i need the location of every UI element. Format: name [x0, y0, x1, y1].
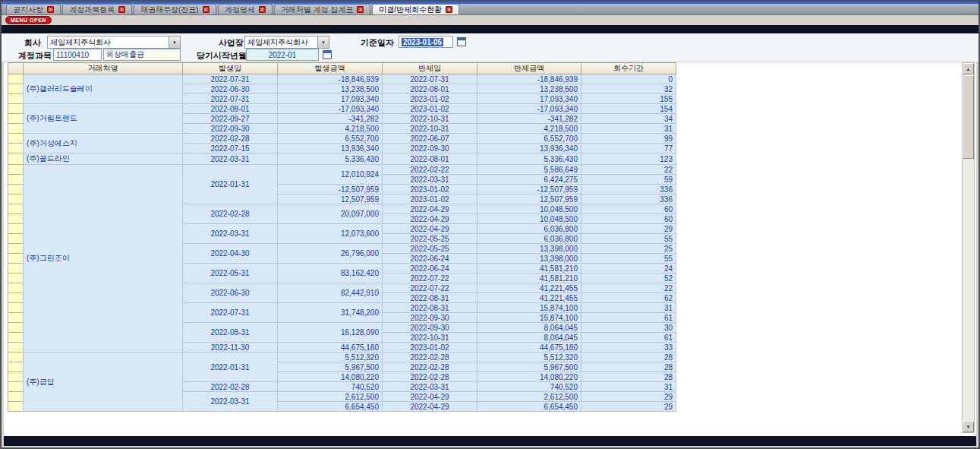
cell-sd[interactable]: 2022-08-31	[383, 293, 477, 303]
cell-od[interactable]: 2022-04-30	[183, 244, 278, 264]
cell-oa[interactable]: 5,512,320	[278, 353, 383, 362]
cell-sa[interactable]: 6,424,275	[477, 175, 581, 185]
cell-sd[interactable]: 2023-01-02	[383, 104, 477, 114]
cell-sa[interactable]: 10,048,500	[477, 204, 581, 214]
cell-customer[interactable]: (주)갤러리드슬레이	[24, 74, 183, 104]
cell-p[interactable]: 60	[581, 204, 676, 214]
cell-oa[interactable]: 5,336,430	[278, 153, 383, 165]
cell-sa[interactable]: 740,520	[477, 382, 581, 392]
cell-sd[interactable]: 2022-06-24	[383, 264, 477, 274]
cell-od[interactable]: 2022-07-31	[183, 74, 278, 84]
cell-p[interactable]: 61	[581, 333, 676, 343]
column-header[interactable]: 반제금액	[477, 63, 581, 74]
cell-sa[interactable]: -18,846,939	[477, 74, 581, 84]
cell-customer[interactable]: (주)골드라인	[24, 153, 183, 165]
tab-inactive[interactable]: 채권채무장(전표)×	[134, 4, 216, 14]
tab-inactive[interactable]: 계정명세×	[218, 4, 273, 14]
cell-sa[interactable]: 5,967,500	[477, 362, 581, 372]
cell-od[interactable]: 2022-09-27	[183, 114, 278, 124]
cell-oa[interactable]: 4,218,500	[278, 124, 383, 134]
row-selector[interactable]	[8, 234, 24, 244]
cell-od[interactable]: 2022-03-31	[183, 224, 278, 244]
cell-sa[interactable]: 15,874,100	[477, 303, 581, 313]
cell-sa[interactable]: -341,282	[477, 114, 581, 124]
cell-p[interactable]: 0	[581, 74, 676, 84]
cell-od[interactable]: 2022-09-30	[183, 124, 278, 134]
cell-sa[interactable]: 15,874,100	[477, 313, 581, 323]
tab-close-icon[interactable]: ×	[47, 6, 54, 13]
cell-sd[interactable]: 2022-02-28	[383, 362, 477, 372]
row-selector[interactable]	[8, 114, 24, 124]
cell-sd[interactable]: 2022-04-29	[383, 402, 477, 412]
cell-oa[interactable]: 5,967,500	[278, 362, 383, 372]
cell-od[interactable]: 2022-08-01	[183, 104, 278, 114]
cell-p[interactable]: 336	[581, 185, 676, 194]
row-selector[interactable]	[8, 264, 24, 274]
cell-p[interactable]: 61	[581, 313, 676, 323]
tab-inactive[interactable]: 공지사항×	[6, 4, 61, 14]
row-selector[interactable]	[8, 204, 24, 214]
cell-p[interactable]: 29	[581, 402, 676, 412]
cell-sd[interactable]: 2022-06-07	[383, 134, 477, 144]
cell-sa[interactable]: 41,581,210	[477, 274, 581, 283]
cell-sd[interactable]: 2023-01-02	[383, 194, 477, 204]
cell-sd[interactable]: 2022-08-31	[383, 303, 477, 313]
cell-p[interactable]: 77	[581, 144, 676, 153]
row-selector[interactable]	[8, 94, 24, 104]
cell-od[interactable]: 2022-03-31	[183, 153, 278, 165]
cell-sa[interactable]: 6,036,800	[477, 234, 581, 244]
column-header[interactable]: 회수기간	[581, 63, 676, 74]
row-selector[interactable]	[8, 333, 24, 343]
cell-sa[interactable]: 13,398,000	[477, 244, 581, 254]
row-selector[interactable]	[8, 274, 24, 283]
row-selector[interactable]	[8, 194, 24, 204]
base-date-input[interactable]: 2023-01-05	[399, 36, 453, 48]
cell-od[interactable]: 2022-01-31	[183, 353, 278, 382]
cell-p[interactable]: 31	[581, 303, 676, 313]
period-start-input[interactable]: 2022-01	[246, 49, 319, 61]
tab-inactive[interactable]: 거래처별 계정 집계표×	[274, 4, 371, 14]
cell-od[interactable]: 2022-01-31	[183, 165, 278, 204]
cell-sa[interactable]: 6,654,450	[477, 402, 581, 412]
cell-oa[interactable]: 13,238,500	[278, 84, 383, 94]
cell-oa[interactable]: 16,128,090	[278, 323, 383, 343]
cell-oa[interactable]: 13,936,340	[278, 144, 383, 153]
cell-sd[interactable]: 2022-07-22	[383, 283, 477, 293]
cell-od[interactable]: 2022-07-31	[183, 94, 278, 104]
cell-p[interactable]: 62	[581, 293, 676, 303]
cell-oa[interactable]: 12,073,600	[278, 224, 383, 244]
row-selector[interactable]	[8, 175, 24, 185]
row-selector[interactable]	[8, 372, 24, 382]
cell-oa[interactable]: 44,675,180	[278, 343, 383, 353]
row-selector[interactable]	[8, 362, 24, 372]
cell-p[interactable]: 31	[581, 124, 676, 134]
menu-open-button[interactable]: MENU OPEN	[5, 16, 52, 24]
cell-p[interactable]: 123	[581, 153, 676, 165]
cell-sd[interactable]: 2022-07-31	[383, 74, 477, 84]
cell-sa[interactable]: -12,507,959	[477, 185, 581, 194]
cell-sa[interactable]: 13,936,340	[477, 144, 581, 153]
cell-oa[interactable]: 6,552,700	[278, 134, 383, 144]
tab-inactive[interactable]: 계정과목등록×	[62, 4, 132, 14]
cell-sa[interactable]: 6,552,700	[477, 134, 581, 144]
row-selector[interactable]	[8, 392, 24, 402]
cell-sd[interactable]: 2023-01-02	[383, 94, 477, 104]
cell-sa[interactable]: 13,238,500	[477, 84, 581, 94]
row-selector[interactable]	[8, 343, 24, 353]
cell-sd[interactable]: 2023-01-02	[383, 343, 477, 353]
cell-sd[interactable]: 2022-09-30	[383, 144, 477, 153]
cell-oa[interactable]: 12,507,959	[278, 194, 383, 204]
cell-p[interactable]: 28	[581, 353, 676, 362]
cell-sd[interactable]: 2022-04-29	[383, 204, 477, 214]
chevron-down-icon[interactable]: ▼	[317, 36, 329, 48]
cell-sa[interactable]: 5,512,320	[477, 353, 581, 362]
cell-p[interactable]: 55	[581, 234, 676, 244]
cell-oa[interactable]: 83,162,420	[278, 264, 383, 283]
cell-sa[interactable]: 4,218,500	[477, 124, 581, 134]
cell-customer[interactable]: (주)금답	[24, 353, 183, 412]
cell-oa[interactable]: 2,612,500	[278, 392, 383, 402]
row-selector[interactable]	[8, 293, 24, 303]
cell-oa[interactable]: -17,093,340	[278, 104, 383, 114]
cell-p[interactable]: 25	[581, 244, 676, 254]
cell-oa[interactable]: 17,093,340	[278, 94, 383, 104]
